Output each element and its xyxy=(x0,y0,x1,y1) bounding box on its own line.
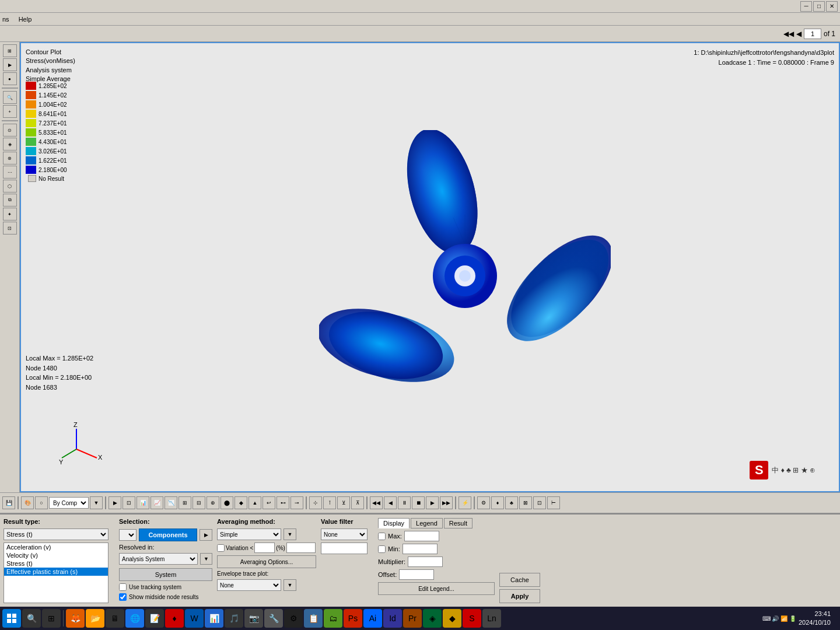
sidebar-btn-5[interactable]: + xyxy=(3,105,17,118)
taskbar-app18[interactable]: Pr xyxy=(403,609,422,628)
toolbar-btn-t[interactable]: ◀ xyxy=(384,496,397,509)
max-checkbox[interactable] xyxy=(378,533,386,540)
close-button[interactable]: ✕ xyxy=(826,1,838,12)
menu-help[interactable]: Help xyxy=(19,16,32,23)
tab-legend[interactable]: Legend xyxy=(411,518,443,528)
tab-display[interactable]: Display xyxy=(378,518,410,528)
toolbar-settings[interactable]: ⚙ xyxy=(477,496,490,509)
toolbar-btn-p[interactable]: ⊺ xyxy=(323,496,336,509)
taskbar-app16[interactable]: Ai xyxy=(363,609,382,628)
nav-prev-icon[interactable]: ◀ xyxy=(796,30,802,38)
apply-button[interactable]: Apply xyxy=(499,589,540,603)
averaging-method-select[interactable]: Simple xyxy=(217,528,281,540)
sidebar-btn-13[interactable]: ⊡ xyxy=(3,222,17,235)
sidebar-btn-11[interactable]: ⧉ xyxy=(3,194,17,206)
edit-legend-button[interactable]: Edit Legend... xyxy=(378,582,495,595)
toolbar-btn-d[interactable]: 📈 xyxy=(150,496,163,509)
envelope-dropdown-btn[interactable]: ▼ xyxy=(284,579,296,591)
taskbar-app17[interactable]: Id xyxy=(383,609,402,628)
toolbar-save[interactable]: 💾 xyxy=(2,496,15,509)
max-input[interactable]: 0 xyxy=(404,531,439,541)
variation-value-input[interactable] xyxy=(286,542,316,553)
averaging-options-button[interactable]: Averaging Options... xyxy=(217,555,316,568)
toolbar-v[interactable]: ♣ xyxy=(505,496,518,509)
sidebar-btn-10[interactable]: ⬡ xyxy=(3,180,17,192)
taskbar-app22[interactable]: Ln xyxy=(482,609,501,628)
toolbar-btn-m[interactable]: ⊷ xyxy=(276,496,289,509)
sidebar-btn-12[interactable]: ✦ xyxy=(3,208,17,220)
analysis-dropdown-btn[interactable]: ▼ xyxy=(200,553,212,565)
toolbar-btn-c[interactable]: 📊 xyxy=(136,496,149,509)
taskbar-app13[interactable]: 📋 xyxy=(304,609,323,628)
search-taskbar[interactable]: 🔍 xyxy=(22,609,41,628)
sidebar-btn-9[interactable]: ⋯ xyxy=(3,166,17,178)
toolbar-pause[interactable]: ⏸ xyxy=(398,496,411,509)
toolbar-next[interactable]: ▶▶ xyxy=(440,496,453,509)
toolbar-btn-k[interactable]: ▲ xyxy=(249,496,261,509)
value-filter-select[interactable]: None xyxy=(321,528,368,540)
bycomp-select[interactable]: By Comp xyxy=(49,497,89,509)
multiplier-input[interactable]: 1 xyxy=(408,556,443,567)
page-input[interactable] xyxy=(804,29,821,39)
taskbar-app10[interactable]: 📷 xyxy=(244,609,263,628)
toolbar-btn-j[interactable]: ◆ xyxy=(235,496,247,509)
sidebar-btn-3[interactable]: ● xyxy=(3,72,17,85)
analysis-system-select[interactable]: Analysis System xyxy=(119,553,198,565)
toolbar-btn-e[interactable]: 📉 xyxy=(164,496,177,509)
result-item-1[interactable]: Velocity (v) xyxy=(4,551,108,559)
components-button[interactable]: Components xyxy=(139,528,197,541)
taskbar-app9[interactable]: 🎵 xyxy=(225,609,243,628)
toolbar-btn-f[interactable]: ⊞ xyxy=(178,496,191,509)
toolbar-dropdown[interactable]: ▼ xyxy=(90,496,103,509)
toolbar-btn-i[interactable]: ⬤ xyxy=(220,496,233,509)
taskview-icon[interactable]: ⊞ xyxy=(42,609,61,628)
result-item-2[interactable]: Stress (t) xyxy=(4,559,108,568)
taskbar-app19[interactable]: ◈ xyxy=(423,609,442,628)
tray-icons[interactable]: ⌨ 🔊 📶 🔋 xyxy=(762,615,796,622)
toolbar-w[interactable]: ⊠ xyxy=(519,496,532,509)
sidebar-btn-2[interactable]: ▶ xyxy=(3,58,17,71)
toolbar-circle[interactable]: ○ xyxy=(35,496,48,509)
taskbar-app7[interactable]: W xyxy=(185,609,204,628)
variation-input[interactable]: 10 xyxy=(254,542,275,553)
toolbar-color[interactable]: 🎨 xyxy=(21,496,34,509)
result-type-select[interactable]: Stress (t) xyxy=(4,528,108,540)
taskbar-app3[interactable]: 🖥 xyxy=(106,609,124,628)
result-item-0[interactable]: Acceleration (v) xyxy=(4,543,108,551)
taskbar-app6[interactable]: ♦ xyxy=(165,609,184,628)
offset-input[interactable]: 0 xyxy=(399,569,434,580)
system-button[interactable]: System xyxy=(119,568,212,581)
taskbar-app14[interactable]: 🗂 xyxy=(324,609,342,628)
taskbar-chrome[interactable]: 🌐 xyxy=(125,609,144,628)
toolbar-stop[interactable]: ⏹ xyxy=(412,496,425,509)
min-input[interactable]: 0 xyxy=(402,544,438,554)
menu-ns[interactable]: ns xyxy=(2,16,9,23)
taskbar-app21[interactable]: S xyxy=(463,609,481,628)
minimize-button[interactable]: ─ xyxy=(800,1,812,12)
taskbar-app15[interactable]: Ps xyxy=(344,609,362,628)
toolbar-u[interactable]: ♦ xyxy=(491,496,504,509)
avg-dropdown-btn[interactable]: ▼ xyxy=(284,528,296,540)
toolbar-btn-b[interactable]: ⊡ xyxy=(123,496,135,509)
result-item-3[interactable]: Effective plastic strain (s) xyxy=(4,568,108,576)
nav-first-icon[interactable]: ◀◀ xyxy=(783,30,794,38)
variation-checkbox[interactable] xyxy=(217,544,225,552)
selection-extra-btn[interactable]: ▶ xyxy=(200,529,212,541)
taskbar-app5[interactable]: 📝 xyxy=(145,609,164,628)
toolbar-speed[interactable]: ⚡ xyxy=(459,496,471,509)
sidebar-btn-1[interactable]: ⊞ xyxy=(3,44,17,57)
toolbar-btn-q[interactable]: ⊻ xyxy=(337,496,350,509)
use-tracking-checkbox[interactable] xyxy=(119,583,127,591)
sidebar-btn-4[interactable]: 🔍 xyxy=(3,91,17,104)
selection-dropdown[interactable] xyxy=(119,529,136,541)
sidebar-btn-6[interactable]: ⊙ xyxy=(3,124,17,136)
toolbar-y[interactable]: ⊢ xyxy=(547,496,560,509)
toolbar-btn-g[interactable]: ⊟ xyxy=(192,496,205,509)
taskbar-app8[interactable]: 📊 xyxy=(205,609,223,628)
min-checkbox[interactable] xyxy=(378,545,386,553)
tab-result[interactable]: Result xyxy=(444,518,473,528)
sidebar-btn-8[interactable]: ⊛ xyxy=(3,152,17,164)
taskbar-app2[interactable]: 📂 xyxy=(86,609,104,628)
taskbar-firefox[interactable]: 🦊 xyxy=(66,609,85,628)
cache-button[interactable]: Cache xyxy=(499,573,540,587)
